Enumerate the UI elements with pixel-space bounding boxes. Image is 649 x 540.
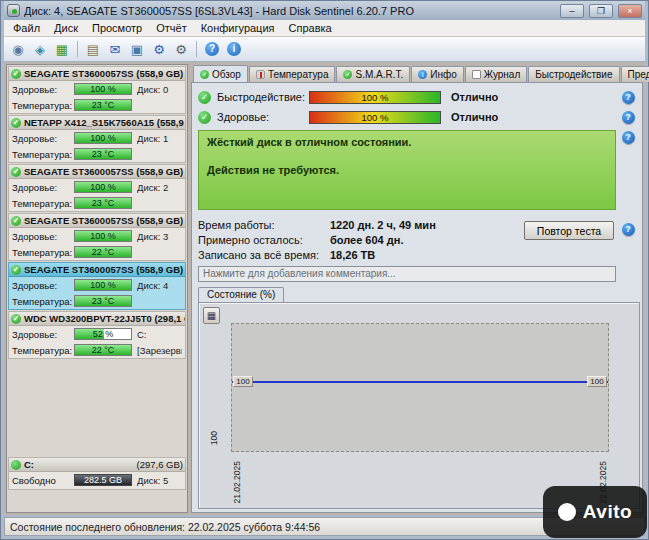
- temperature-bar: 23 °C: [74, 99, 132, 111]
- tab-performance[interactable]: Быстродействие: [528, 66, 619, 82]
- remaining-label: Примерно осталось:: [198, 234, 330, 246]
- help-icon: ?: [205, 42, 219, 56]
- health-rating: Отлично: [451, 111, 498, 123]
- disk-list-item-1[interactable]: ✓ NETAPP X412_S15K7560A15 (558,9 GB) Здо…: [8, 115, 186, 163]
- menu-disk[interactable]: Диск: [47, 21, 85, 35]
- disk-health-row: Здоровье: 100 % Диск: 0: [9, 81, 185, 97]
- disk-icon[interactable]: ◉: [8, 39, 28, 59]
- disk-temp-row: Температура: 23 °C: [9, 97, 185, 113]
- line-end-label-left: 100: [233, 376, 253, 387]
- disk-test-icon[interactable]: ◈: [30, 39, 50, 59]
- close-button[interactable]: ×: [618, 4, 642, 18]
- stats-block: Время работы: 1220 дн. 2 ч, 49 мин Приме…: [192, 213, 616, 264]
- tab-info[interactable]: i Инфо: [411, 66, 464, 82]
- disk-header: ✓ SEAGATE ST3600057SS (558,9 GB): [9, 214, 185, 228]
- tab-log[interactable]: Журнал: [465, 66, 528, 82]
- tab-smart[interactable]: ✓ S.M.A.R.T.: [336, 66, 410, 82]
- help-icon[interactable]: ?: [622, 111, 635, 124]
- menubar: Файл Диск Просмотр Отчёт Конфигурация Сп…: [4, 20, 645, 37]
- tab-temperature[interactable]: Температура: [249, 66, 336, 82]
- chart-save-icon[interactable]: ▦: [203, 307, 220, 324]
- menu-file[interactable]: Файл: [6, 21, 47, 35]
- toolbar: ◉ ◈ ▦ ▤ ✉ ▣ ⚙ ⚙ ? i: [4, 37, 645, 62]
- check-icon: ✓: [343, 70, 352, 79]
- status-text: Состояние последнего обновления: 22.02.2…: [10, 521, 320, 533]
- report-icon[interactable]: ▤: [83, 39, 103, 59]
- partition-size: (297,6 GB): [137, 459, 183, 470]
- titlebar: Диск: 4, SEAGATE ST3600057SS [6SL3VL43] …: [4, 1, 645, 20]
- tabbar: ✓ Обзор Температура ✓ S.M.A.R.T. i Инфо: [191, 64, 643, 82]
- health-bar: 100 %: [74, 230, 132, 242]
- comment-field[interactable]: Нажмите для добавления комментария...: [198, 266, 616, 282]
- help-icon[interactable]: ?: [202, 39, 222, 59]
- ok-icon: ✓: [198, 91, 211, 104]
- minimize-button[interactable]: –: [560, 4, 584, 18]
- tab-alerts[interactable]: Предупреждения: [621, 66, 649, 82]
- performance-section: ✓ Быстродействие: 100 % Отлично ?: [192, 87, 642, 107]
- health-label: Здоровье:: [12, 182, 74, 193]
- disk-list-item-4-selected[interactable]: ✓ SEAGATE ST3600057SS (558,9 GB) Здоровь…: [8, 262, 186, 310]
- free-space-bar: 282.5 GB: [74, 474, 132, 486]
- temperature-label: Температура:: [12, 100, 74, 111]
- app-window: Диск: 4, SEAGATE ST3600057SS [6SL3VL43] …: [0, 0, 649, 540]
- health-bar: 100 %: [309, 111, 441, 124]
- line-end-label-right: 100: [587, 376, 607, 387]
- health-bar: 100 %: [74, 132, 132, 144]
- device-icon[interactable]: ▣: [127, 39, 147, 59]
- info-icon[interactable]: i: [224, 39, 244, 59]
- performance-label: Быстродействие:: [217, 91, 309, 103]
- retest-button[interactable]: Повтор теста: [524, 221, 614, 240]
- disk-temp-row: Температура: 22 °C [Зарезерви: [9, 342, 185, 358]
- menu-help[interactable]: Справка: [282, 21, 339, 35]
- ok-icon: ✓: [198, 111, 211, 124]
- disk-number: Диск: 1: [137, 133, 182, 144]
- health-row: ✓ Здоровье: 100 % Отлично: [198, 107, 616, 127]
- state-chart: ▦ 100 100 100 21.02.2025 22.02.2025: [198, 302, 640, 509]
- disk-name: SEAGATE ST3600057SS (558,9 GB): [24, 264, 183, 275]
- disk-temp-row: Температура: 23 °C: [9, 293, 185, 309]
- menu-report[interactable]: Отчёт: [149, 21, 193, 35]
- disk-name: SEAGATE ST3600057SS (558,9 GB): [24, 166, 183, 177]
- disk-list-item-3[interactable]: ✓ SEAGATE ST3600057SS (558,9 GB) Здоровь…: [8, 213, 186, 261]
- health-bar: 100 %: [74, 83, 132, 95]
- preferences-gears-icon[interactable]: ⚙: [171, 39, 191, 59]
- written-row: Записано за всё время: 18,26 TB: [198, 247, 616, 262]
- disk-list: ✓ SEAGATE ST3600057SS (558,9 GB) Здоровь…: [6, 64, 188, 513]
- surface-test-icon[interactable]: ▦: [52, 39, 72, 59]
- disk-health-row: Здоровье: 100 % Диск: 4: [9, 277, 185, 293]
- tab-label: Инфо: [430, 69, 457, 80]
- email-icon[interactable]: ✉: [105, 39, 125, 59]
- partition-item-c[interactable]: C: (297,6 GB) Свободно 282.5 GB Диск: 5: [8, 457, 186, 490]
- disk-list-item-2[interactable]: ✓ SEAGATE ST3600057SS (558,9 GB) Здоровь…: [8, 164, 186, 212]
- performance-row: ✓ Быстродействие: 100 % Отлично: [198, 87, 616, 107]
- status-message-box: Жёсткий диск в отличном состоянии. Дейст…: [198, 130, 616, 210]
- help-icon[interactable]: ?: [622, 91, 635, 104]
- disk-list-item-0[interactable]: ✓ SEAGATE ST3600057SS (558,9 GB) Здоровь…: [8, 66, 186, 114]
- help-icon[interactable]: ?: [622, 131, 635, 144]
- disk-name: NETAPP X412_S15K7560A15 (558,9 GB): [24, 117, 185, 128]
- tab-overview[interactable]: ✓ Обзор: [193, 65, 248, 83]
- remaining-value: более 604 дн.: [330, 234, 403, 246]
- disk-health-row: Здоровье: 100 % Диск: 1: [9, 130, 185, 146]
- health-label: Здоровье:: [12, 231, 74, 242]
- journal-icon: [472, 70, 481, 79]
- disk-number: Диск: 4: [137, 280, 182, 291]
- health-ok-icon: ✓: [11, 314, 21, 324]
- avito-logo-icon: [558, 503, 576, 521]
- health-label: Здоровье:: [217, 111, 309, 123]
- maximize-button[interactable]: ❐: [589, 4, 613, 18]
- help-icon[interactable]: ?: [622, 223, 635, 236]
- health-label: Здоровье:: [12, 84, 74, 95]
- health-ok-icon: ✓: [11, 265, 21, 275]
- disk-list-item-5[interactable]: ✓ WDC WD3200BPVT-22JJ5T0 (298,1 GB) Здор…: [8, 311, 186, 359]
- disk-number: Диск: 3: [137, 231, 182, 242]
- chart-tab-state[interactable]: Состояние (%): [198, 287, 284, 302]
- menu-view[interactable]: Просмотр: [85, 21, 149, 35]
- main-content: ✓ SEAGATE ST3600057SS (558,9 GB) Здоровь…: [4, 62, 645, 515]
- settings-gear-icon[interactable]: ⚙: [149, 39, 169, 59]
- temperature-label: Температура:: [12, 345, 74, 356]
- check-icon: ✓: [200, 70, 209, 79]
- tab-label: Температура: [268, 69, 329, 80]
- temperature-bar: 23 °C: [74, 197, 132, 209]
- menu-configuration[interactable]: Конфигурация: [194, 21, 282, 35]
